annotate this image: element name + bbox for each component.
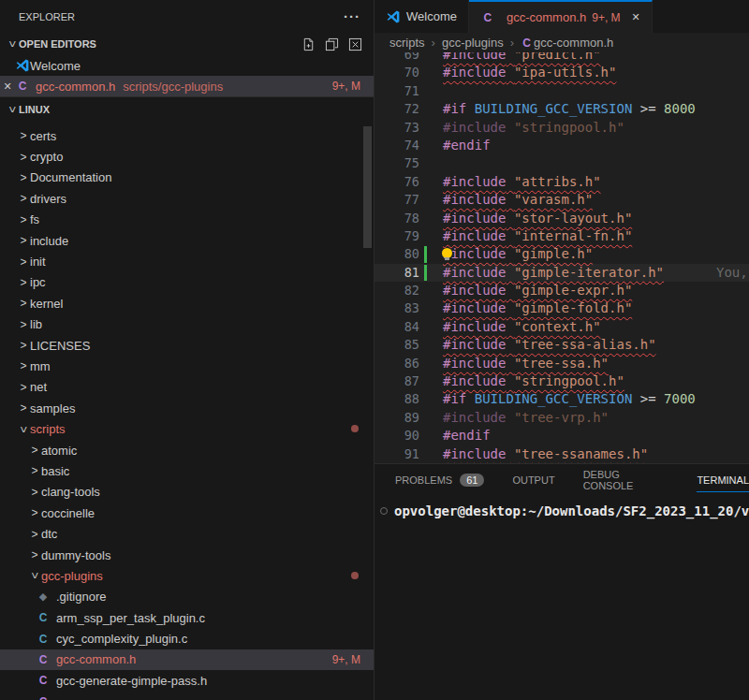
- c-file-icon: C: [36, 695, 51, 700]
- tree-item-label: dtc: [41, 527, 57, 541]
- tree-item-certs[interactable]: >certs: [0, 125, 374, 146]
- tree-item-label: crypto: [30, 150, 63, 164]
- code-line-76[interactable]: 76#include "attribs.h": [374, 173, 749, 191]
- code-line-81[interactable]: 81#include "gimple-iterator.h"You,: [374, 264, 749, 282]
- code-text: #include "gimple-fold.h": [443, 299, 632, 317]
- tree-item-label: Documentation: [30, 170, 111, 184]
- code-line-78[interactable]: 78#include "stor-layout.h": [374, 210, 749, 227]
- tree-item-crypto[interactable]: >crypto: [0, 146, 374, 167]
- tree-item-scripts[interactable]: >scripts: [0, 418, 374, 439]
- code-line-77[interactable]: 77#include "varasm.h": [374, 191, 749, 209]
- code-line-88[interactable]: 88#if BUILDING_GCC_VERSION >= 7000: [374, 390, 749, 408]
- close-all-editors-icon[interactable]: [348, 37, 362, 51]
- open-editor-label: Welcome: [30, 59, 81, 73]
- tree-item-gcc-common-h[interactable]: Cgcc-common.h9+, M: [0, 649, 374, 670]
- tree-item-dummy-tools[interactable]: >dummy-tools: [0, 545, 374, 565]
- code-text: #include "stor-layout.h": [443, 210, 632, 227]
- code-line-69[interactable]: 69#include "predict.h": [374, 52, 749, 64]
- code-line-86[interactable]: 86#include "tree-ssa.h": [374, 355, 749, 372]
- tree-item-partial[interactable]: C: [0, 692, 374, 700]
- panel-tab-terminal[interactable]: TERMINAL: [697, 464, 749, 496]
- code-line-74[interactable]: 74#endif: [374, 137, 749, 154]
- code-line-71[interactable]: 71: [374, 82, 749, 100]
- tree-item-label: dummy-tools: [41, 548, 110, 562]
- code-line-90[interactable]: 90#endif: [374, 427, 749, 445]
- tab-label: gcc-common.h: [507, 10, 586, 24]
- code-line-85[interactable]: 85#include "tree-ssa-alias.h": [374, 336, 749, 354]
- tree-item-clang-tools[interactable]: >clang-tools: [0, 482, 374, 503]
- tree-item-kernel[interactable]: >kernel: [0, 293, 374, 314]
- tree-item-ipc[interactable]: >ipc: [0, 272, 374, 293]
- git-added-gutter: [424, 246, 427, 262]
- tree-item-lib[interactable]: >lib: [0, 314, 374, 335]
- code-line-80[interactable]: 80#include "gimple.h": [374, 245, 749, 263]
- code-line-84[interactable]: 84#include "context.h": [374, 318, 749, 336]
- tree-item-atomic[interactable]: >atomic: [0, 440, 374, 460]
- code-line-75[interactable]: 75: [374, 154, 749, 172]
- tree-item-net[interactable]: >net: [0, 377, 374, 398]
- code-text: #include "tree-ssa.h": [443, 355, 609, 372]
- tree-item-include[interactable]: >include: [0, 230, 374, 251]
- tree-item-init[interactable]: >init: [0, 251, 374, 271]
- tab-welcome[interactable]: Welcome: [374, 0, 469, 33]
- code-line-82[interactable]: 82#include "gimple-expr.h": [374, 282, 749, 299]
- code-line-70[interactable]: 70#include "ipa-utils.h": [374, 64, 749, 81]
- breadcrumb-item-gcc-plugins[interactable]: gcc-plugins: [442, 36, 504, 50]
- open-editor-item-welcome[interactable]: Welcome: [0, 55, 374, 76]
- code-line-72[interactable]: 72#if BUILDING_GCC_VERSION >= 8000: [374, 100, 749, 118]
- code-editor[interactable]: 69#include "predict.h"70#include "ipa-ut…: [374, 52, 749, 463]
- chevron-right-icon: >: [17, 401, 30, 415]
- tree-item-basic[interactable]: >basic: [0, 460, 374, 481]
- code-line-83[interactable]: 83#include "gimple-fold.h": [374, 299, 749, 317]
- chevron-down-icon: >: [17, 423, 30, 436]
- panel-tab-output[interactable]: OUTPUT: [512, 464, 554, 496]
- tree-item-arm-ssp-per-task-plugin-c[interactable]: Carm_ssp_per_task_plugin.c: [0, 607, 374, 628]
- line-number: 79: [374, 227, 419, 245]
- tree-item-gcc-generate-gimple-pass-h[interactable]: Cgcc-generate-gimple-pass.h: [0, 670, 374, 691]
- new-file-icon[interactable]: [301, 37, 316, 51]
- more-actions-icon[interactable]: ···: [344, 8, 360, 24]
- sidebar-scrollbar[interactable]: [363, 126, 372, 248]
- tab-close-icon[interactable]: ✕: [632, 11, 640, 23]
- panel-tab-problems[interactable]: PROBLEMS61: [395, 464, 484, 496]
- code-line-87[interactable]: 87#include "stringpool.h": [374, 372, 749, 390]
- panel-tab-debug-console[interactable]: DEBUG CONSOLE: [583, 464, 669, 496]
- modified-badge: 9+, M: [332, 653, 374, 666]
- command-decoration-icon[interactable]: [380, 507, 388, 515]
- code-line-91[interactable]: 91#include "tree-ssanames.h": [374, 445, 749, 463]
- breadcrumb-label: gcc-plugins: [442, 36, 504, 50]
- tree-item-coccinelle[interactable]: >coccinelle: [0, 503, 374, 523]
- tree-item-drivers[interactable]: >drivers: [0, 188, 374, 209]
- tree-item-cyc-complexity-plugin-c[interactable]: Ccyc_complexity_plugin.c: [0, 628, 374, 649]
- tree-item-label: scripts: [30, 422, 66, 436]
- code-text: #include "gimple-expr.h": [443, 282, 632, 299]
- terminal[interactable]: opvolger@desktop:~/Downloads/SF2_2023_11…: [374, 496, 749, 700]
- open-editors-section-header[interactable]: > OPEN EDITORS: [0, 33, 374, 55]
- code-line-89[interactable]: 89#include "tree-vrp.h": [374, 409, 749, 427]
- explorer-title: EXPLORER: [19, 11, 75, 22]
- tree-item-fs[interactable]: >fs: [0, 210, 374, 230]
- tree-item-samples[interactable]: >samples: [0, 398, 374, 418]
- line-number: 86: [374, 355, 419, 372]
- tree-item-gitignore[interactable]: ◆.gitignore: [0, 587, 374, 607]
- code-text: #include "tree-vrp.h": [443, 409, 609, 427]
- tree-item-gcc-plugins[interactable]: >gcc-plugins: [0, 565, 374, 586]
- breadcrumb-item-scripts[interactable]: scripts: [389, 36, 425, 50]
- tree-item-mm[interactable]: >mm: [0, 356, 374, 376]
- breadcrumb: scripts›gcc-plugins›Cgcc-common.h: [374, 33, 749, 52]
- tree-item-documentation[interactable]: >Documentation: [0, 168, 374, 188]
- open-editor-item-gcc-common-h[interactable]: ✕Cgcc-common.hscripts/gcc-plugins9+, M: [0, 76, 374, 96]
- breadcrumb-item-gcc-common-h[interactable]: Cgcc-common.h: [521, 36, 613, 50]
- workspace-section-header[interactable]: > LINUX: [0, 96, 374, 122]
- panel-tab-bar: PROBLEMS61OUTPUTDEBUG CONSOLETERMINAL: [374, 464, 749, 496]
- tree-item-licenses[interactable]: >LICENSES: [0, 335, 374, 356]
- save-all-icon[interactable]: [325, 37, 339, 51]
- open-editors-actions: [301, 37, 374, 51]
- close-icon[interactable]: ✕: [0, 80, 15, 93]
- tree-item-dtc[interactable]: >dtc: [0, 523, 374, 544]
- tab-label: Welcome: [406, 9, 457, 23]
- code-line-79[interactable]: 79#include "internal-fn.h": [374, 227, 749, 245]
- tab-gcc-common-h[interactable]: Cgcc-common.h9+, M✕: [469, 0, 653, 33]
- code-line-73[interactable]: 73#include "stringpool.h": [374, 119, 749, 137]
- chevron-right-icon: >: [17, 213, 30, 226]
